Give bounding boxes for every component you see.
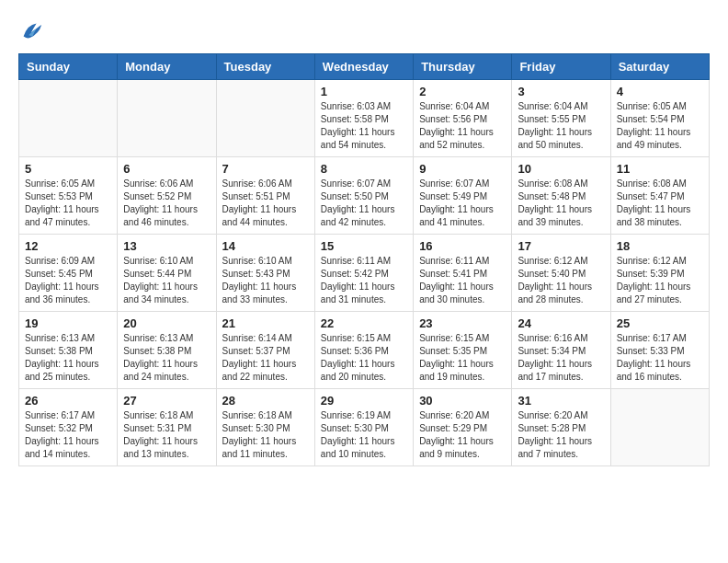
- day-number: 16: [419, 239, 506, 253]
- day-info: Sunrise: 6:13 AM Sunset: 5:38 PM Dayligh…: [123, 332, 210, 384]
- day-number: 23: [419, 316, 506, 330]
- day-number: 22: [321, 316, 407, 330]
- day-number: 8: [321, 162, 407, 176]
- day-number: 1: [321, 85, 407, 98]
- calendar-cell: 12Sunrise: 6:09 AM Sunset: 5:45 PM Dayli…: [19, 235, 118, 312]
- weekday-header-monday: Monday: [118, 54, 216, 80]
- calendar-cell: 21Sunrise: 6:14 AM Sunset: 5:37 PM Dayli…: [216, 312, 314, 389]
- calendar-cell: 28Sunrise: 6:18 AM Sunset: 5:30 PM Dayli…: [216, 389, 314, 466]
- day-info: Sunrise: 6:08 AM Sunset: 5:47 PM Dayligh…: [617, 178, 703, 229]
- day-number: 6: [123, 162, 210, 176]
- day-info: Sunrise: 6:03 AM Sunset: 5:58 PM Dayligh…: [321, 100, 407, 152]
- day-info: Sunrise: 6:11 AM Sunset: 5:41 PM Dayligh…: [419, 255, 506, 306]
- calendar-cell: 4Sunrise: 6:05 AM Sunset: 5:54 PM Daylig…: [610, 80, 709, 157]
- calendar-cell: 22Sunrise: 6:15 AM Sunset: 5:36 PM Dayli…: [314, 312, 413, 389]
- calendar-cell: 2Sunrise: 6:04 AM Sunset: 5:56 PM Daylig…: [414, 80, 512, 157]
- day-number: 28: [222, 394, 309, 408]
- day-info: Sunrise: 6:20 AM Sunset: 5:29 PM Dayligh…: [419, 409, 506, 461]
- calendar-cell: 23Sunrise: 6:15 AM Sunset: 5:35 PM Dayli…: [414, 312, 512, 389]
- day-number: 5: [25, 162, 111, 176]
- calendar-cell: 27Sunrise: 6:18 AM Sunset: 5:31 PM Dayli…: [118, 389, 216, 466]
- day-info: Sunrise: 6:20 AM Sunset: 5:28 PM Dayligh…: [518, 409, 604, 461]
- weekday-row: SundayMondayTuesdayWednesdayThursdayFrid…: [19, 54, 710, 80]
- day-number: 12: [25, 239, 111, 253]
- day-number: 30: [419, 394, 506, 408]
- logo: [18, 18, 48, 44]
- day-info: Sunrise: 6:05 AM Sunset: 5:53 PM Dayligh…: [25, 178, 111, 229]
- day-number: 13: [123, 239, 210, 253]
- day-info: Sunrise: 6:06 AM Sunset: 5:52 PM Dayligh…: [123, 178, 210, 229]
- day-number: 19: [25, 316, 111, 330]
- day-number: 11: [617, 162, 703, 176]
- day-info: Sunrise: 6:17 AM Sunset: 5:33 PM Dayligh…: [617, 332, 703, 384]
- day-info: Sunrise: 6:10 AM Sunset: 5:44 PM Dayligh…: [123, 255, 210, 306]
- day-info: Sunrise: 6:17 AM Sunset: 5:32 PM Dayligh…: [25, 409, 111, 461]
- day-number: 7: [222, 162, 309, 176]
- calendar-cell: 10Sunrise: 6:08 AM Sunset: 5:48 PM Dayli…: [512, 157, 610, 235]
- calendar-table: SundayMondayTuesdayWednesdayThursdayFrid…: [18, 53, 710, 466]
- day-info: Sunrise: 6:10 AM Sunset: 5:43 PM Dayligh…: [222, 255, 309, 306]
- day-info: Sunrise: 6:16 AM Sunset: 5:34 PM Dayligh…: [518, 332, 604, 384]
- weekday-header-sunday: Sunday: [19, 54, 118, 80]
- day-number: 15: [321, 239, 407, 253]
- weekday-header-wednesday: Wednesday: [314, 54, 413, 80]
- logo-bird-icon: [18, 18, 44, 44]
- calendar-week-row: 5Sunrise: 6:05 AM Sunset: 5:53 PM Daylig…: [19, 157, 710, 235]
- weekday-header-tuesday: Tuesday: [216, 54, 314, 80]
- day-number: 14: [222, 239, 309, 253]
- day-number: 20: [123, 316, 210, 330]
- day-number: 18: [617, 239, 703, 253]
- calendar-cell: [216, 80, 314, 157]
- day-info: Sunrise: 6:19 AM Sunset: 5:30 PM Dayligh…: [321, 409, 407, 461]
- weekday-header-thursday: Thursday: [414, 54, 512, 80]
- calendar-header: SundayMondayTuesdayWednesdayThursdayFrid…: [19, 54, 710, 80]
- calendar-cell: 30Sunrise: 6:20 AM Sunset: 5:29 PM Dayli…: [414, 389, 512, 466]
- day-number: 27: [123, 394, 210, 408]
- day-info: Sunrise: 6:04 AM Sunset: 5:56 PM Dayligh…: [419, 100, 506, 152]
- calendar-cell: 11Sunrise: 6:08 AM Sunset: 5:47 PM Dayli…: [610, 157, 709, 235]
- day-info: Sunrise: 6:06 AM Sunset: 5:51 PM Dayligh…: [222, 178, 309, 229]
- calendar-cell: [118, 80, 216, 157]
- calendar-cell: 31Sunrise: 6:20 AM Sunset: 5:28 PM Dayli…: [512, 389, 610, 466]
- day-number: 4: [617, 85, 703, 98]
- day-info: Sunrise: 6:15 AM Sunset: 5:35 PM Dayligh…: [419, 332, 506, 384]
- calendar-cell: 17Sunrise: 6:12 AM Sunset: 5:40 PM Dayli…: [512, 235, 610, 312]
- day-info: Sunrise: 6:12 AM Sunset: 5:39 PM Dayligh…: [617, 255, 703, 306]
- calendar-cell: 16Sunrise: 6:11 AM Sunset: 5:41 PM Dayli…: [414, 235, 512, 312]
- day-info: Sunrise: 6:08 AM Sunset: 5:48 PM Dayligh…: [518, 178, 604, 229]
- calendar-cell: 9Sunrise: 6:07 AM Sunset: 5:49 PM Daylig…: [414, 157, 512, 235]
- calendar-cell: 20Sunrise: 6:13 AM Sunset: 5:38 PM Dayli…: [118, 312, 216, 389]
- calendar-cell: 13Sunrise: 6:10 AM Sunset: 5:44 PM Dayli…: [118, 235, 216, 312]
- day-info: Sunrise: 6:15 AM Sunset: 5:36 PM Dayligh…: [321, 332, 407, 384]
- calendar-cell: [19, 80, 118, 157]
- calendar-cell: 7Sunrise: 6:06 AM Sunset: 5:51 PM Daylig…: [216, 157, 314, 235]
- calendar-cell: 25Sunrise: 6:17 AM Sunset: 5:33 PM Dayli…: [610, 312, 709, 389]
- day-info: Sunrise: 6:18 AM Sunset: 5:31 PM Dayligh…: [123, 409, 210, 461]
- day-number: 2: [419, 85, 506, 98]
- day-info: Sunrise: 6:07 AM Sunset: 5:49 PM Dayligh…: [419, 178, 506, 229]
- calendar-week-row: 12Sunrise: 6:09 AM Sunset: 5:45 PM Dayli…: [19, 235, 710, 312]
- day-info: Sunrise: 6:11 AM Sunset: 5:42 PM Dayligh…: [321, 255, 407, 306]
- calendar-cell: 6Sunrise: 6:06 AM Sunset: 5:52 PM Daylig…: [118, 157, 216, 235]
- calendar-cell: 3Sunrise: 6:04 AM Sunset: 5:55 PM Daylig…: [512, 80, 610, 157]
- day-info: Sunrise: 6:07 AM Sunset: 5:50 PM Dayligh…: [321, 178, 407, 229]
- calendar-cell: 26Sunrise: 6:17 AM Sunset: 5:32 PM Dayli…: [19, 389, 118, 466]
- calendar-body: 1Sunrise: 6:03 AM Sunset: 5:58 PM Daylig…: [19, 80, 710, 466]
- weekday-header-friday: Friday: [512, 54, 610, 80]
- day-number: 24: [518, 316, 604, 330]
- day-info: Sunrise: 6:09 AM Sunset: 5:45 PM Dayligh…: [25, 255, 111, 306]
- day-number: 25: [617, 316, 703, 330]
- calendar-cell: 5Sunrise: 6:05 AM Sunset: 5:53 PM Daylig…: [19, 157, 118, 235]
- calendar-week-row: 1Sunrise: 6:03 AM Sunset: 5:58 PM Daylig…: [19, 80, 710, 157]
- calendar-week-row: 26Sunrise: 6:17 AM Sunset: 5:32 PM Dayli…: [19, 389, 710, 466]
- day-info: Sunrise: 6:05 AM Sunset: 5:54 PM Dayligh…: [617, 100, 703, 152]
- calendar-cell: 14Sunrise: 6:10 AM Sunset: 5:43 PM Dayli…: [216, 235, 314, 312]
- day-number: 3: [518, 85, 604, 98]
- day-number: 9: [419, 162, 506, 176]
- day-number: 17: [518, 239, 604, 253]
- day-info: Sunrise: 6:12 AM Sunset: 5:40 PM Dayligh…: [518, 255, 604, 306]
- calendar-cell: 18Sunrise: 6:12 AM Sunset: 5:39 PM Dayli…: [610, 235, 709, 312]
- day-number: 10: [518, 162, 604, 176]
- day-info: Sunrise: 6:04 AM Sunset: 5:55 PM Dayligh…: [518, 100, 604, 152]
- calendar-cell: 24Sunrise: 6:16 AM Sunset: 5:34 PM Dayli…: [512, 312, 610, 389]
